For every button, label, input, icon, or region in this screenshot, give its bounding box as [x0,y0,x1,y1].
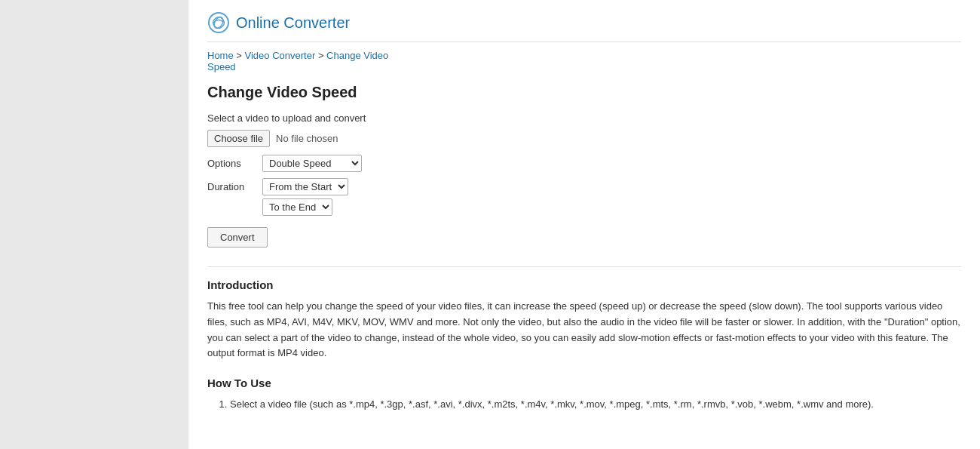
convert-row: Convert [207,227,961,266]
duration-from-row: Duration From the Start Custom [207,178,961,195]
site-title: Online Converter [236,14,350,32]
intro-title: Introduction [207,278,961,291]
duration-to-row: To the End Custom [262,198,961,216]
main-content: Online Converter Home > Video Converter … [188,0,980,449]
logo-icon [207,11,230,34]
page-wrapper: Online Converter Home > Video Converter … [0,0,980,449]
breadcrumb-sep2: > [318,50,326,61]
breadcrumb: Home > Video Converter > Change VideoSpe… [207,50,961,72]
options-label: Options [207,158,256,169]
breadcrumb-video-converter[interactable]: Video Converter [245,50,316,61]
svg-point-1 [213,16,225,30]
how-to-title: How To Use [207,377,961,389]
how-to-list: Select a video file (such as *.mp4, *.3g… [207,397,961,413]
upload-label: Select a video to upload and convert [207,112,961,124]
convert-button[interactable]: Convert [207,227,268,248]
sidebar [0,0,188,449]
choose-file-button[interactable]: Choose file [207,130,270,147]
duration-label: Duration [207,181,256,192]
breadcrumb-sep1: > [236,50,244,61]
duration-from-dropdown[interactable]: From the Start Custom [262,178,348,195]
header: Online Converter [207,11,961,42]
intro-text: This free tool can help you change the s… [207,299,961,361]
svg-point-0 [209,13,228,32]
breadcrumb-home[interactable]: Home [207,50,234,61]
section-divider [207,266,961,267]
options-row: Options Half Speed Double Speed Triple S… [207,155,961,172]
duration-to-dropdown[interactable]: To the End Custom [262,198,332,216]
file-row: Choose file No file chosen [207,130,961,147]
page-title: Change Video Speed [207,84,961,101]
no-file-text: No file chosen [276,133,338,144]
options-dropdown[interactable]: Half Speed Double Speed Triple Speed Qua… [262,155,362,172]
how-to-step1: Select a video file (such as *.mp4, *.3g… [230,397,961,413]
